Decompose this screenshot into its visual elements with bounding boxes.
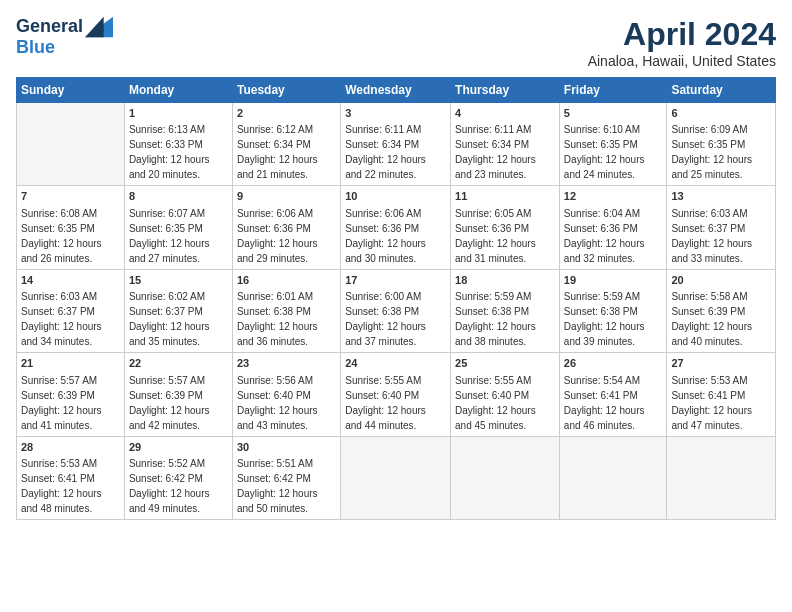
day-info: Sunrise: 5:56 AMSunset: 6:40 PMDaylight:… bbox=[237, 373, 336, 433]
day-number: 23 bbox=[237, 356, 336, 371]
day-number: 26 bbox=[564, 356, 663, 371]
calendar-cell bbox=[341, 436, 451, 519]
calendar-week-2: 7Sunrise: 6:08 AMSunset: 6:35 PMDaylight… bbox=[17, 186, 776, 269]
day-number: 17 bbox=[345, 273, 446, 288]
day-info: Sunrise: 5:55 AMSunset: 6:40 PMDaylight:… bbox=[345, 373, 446, 433]
calendar-cell: 5Sunrise: 6:10 AMSunset: 6:35 PMDaylight… bbox=[559, 103, 667, 186]
day-number: 22 bbox=[129, 356, 228, 371]
day-number: 28 bbox=[21, 440, 120, 455]
calendar-cell: 12Sunrise: 6:04 AMSunset: 6:36 PMDayligh… bbox=[559, 186, 667, 269]
day-number: 20 bbox=[671, 273, 771, 288]
day-info: Sunrise: 6:02 AMSunset: 6:37 PMDaylight:… bbox=[129, 289, 228, 349]
day-info: Sunrise: 6:09 AMSunset: 6:35 PMDaylight:… bbox=[671, 122, 771, 182]
day-header-saturday: Saturday bbox=[667, 78, 776, 103]
day-info: Sunrise: 5:54 AMSunset: 6:41 PMDaylight:… bbox=[564, 373, 663, 433]
calendar-cell bbox=[559, 436, 667, 519]
day-number: 24 bbox=[345, 356, 446, 371]
day-number: 30 bbox=[237, 440, 336, 455]
day-header-wednesday: Wednesday bbox=[341, 78, 451, 103]
calendar-cell: 4Sunrise: 6:11 AMSunset: 6:34 PMDaylight… bbox=[451, 103, 560, 186]
calendar-cell: 29Sunrise: 5:52 AMSunset: 6:42 PMDayligh… bbox=[124, 436, 232, 519]
day-number: 8 bbox=[129, 189, 228, 204]
calendar-cell: 21Sunrise: 5:57 AMSunset: 6:39 PMDayligh… bbox=[17, 353, 125, 436]
main-title: April 2024 bbox=[588, 16, 776, 53]
day-info: Sunrise: 6:01 AMSunset: 6:38 PMDaylight:… bbox=[237, 289, 336, 349]
day-number: 27 bbox=[671, 356, 771, 371]
day-number: 18 bbox=[455, 273, 555, 288]
day-header-friday: Friday bbox=[559, 78, 667, 103]
calendar-cell: 30Sunrise: 5:51 AMSunset: 6:42 PMDayligh… bbox=[232, 436, 340, 519]
calendar-table: SundayMondayTuesdayWednesdayThursdayFrid… bbox=[16, 77, 776, 520]
calendar-cell: 27Sunrise: 5:53 AMSunset: 6:41 PMDayligh… bbox=[667, 353, 776, 436]
day-info: Sunrise: 6:10 AMSunset: 6:35 PMDaylight:… bbox=[564, 122, 663, 182]
day-number: 6 bbox=[671, 106, 771, 121]
day-header-thursday: Thursday bbox=[451, 78, 560, 103]
day-number: 5 bbox=[564, 106, 663, 121]
day-number: 25 bbox=[455, 356, 555, 371]
day-number: 2 bbox=[237, 106, 336, 121]
day-number: 14 bbox=[21, 273, 120, 288]
day-number: 7 bbox=[21, 189, 120, 204]
day-info: Sunrise: 6:08 AMSunset: 6:35 PMDaylight:… bbox=[21, 206, 120, 266]
day-number: 12 bbox=[564, 189, 663, 204]
day-info: Sunrise: 6:13 AMSunset: 6:33 PMDaylight:… bbox=[129, 122, 228, 182]
calendar-week-3: 14Sunrise: 6:03 AMSunset: 6:37 PMDayligh… bbox=[17, 269, 776, 352]
calendar-week-4: 21Sunrise: 5:57 AMSunset: 6:39 PMDayligh… bbox=[17, 353, 776, 436]
day-number: 1 bbox=[129, 106, 228, 121]
day-info: Sunrise: 5:58 AMSunset: 6:39 PMDaylight:… bbox=[671, 289, 771, 349]
day-number: 3 bbox=[345, 106, 446, 121]
calendar-cell: 26Sunrise: 5:54 AMSunset: 6:41 PMDayligh… bbox=[559, 353, 667, 436]
day-number: 11 bbox=[455, 189, 555, 204]
day-info: Sunrise: 6:07 AMSunset: 6:35 PMDaylight:… bbox=[129, 206, 228, 266]
day-info: Sunrise: 6:03 AMSunset: 6:37 PMDaylight:… bbox=[21, 289, 120, 349]
calendar-cell: 17Sunrise: 6:00 AMSunset: 6:38 PMDayligh… bbox=[341, 269, 451, 352]
day-info: Sunrise: 6:00 AMSunset: 6:38 PMDaylight:… bbox=[345, 289, 446, 349]
logo-blue-text: Blue bbox=[16, 37, 55, 57]
page-container: General Blue April 2024 Ainaloa, Hawaii,… bbox=[0, 0, 792, 528]
day-number: 9 bbox=[237, 189, 336, 204]
calendar-cell: 14Sunrise: 6:03 AMSunset: 6:37 PMDayligh… bbox=[17, 269, 125, 352]
day-info: Sunrise: 5:57 AMSunset: 6:39 PMDaylight:… bbox=[21, 373, 120, 433]
day-info: Sunrise: 5:52 AMSunset: 6:42 PMDaylight:… bbox=[129, 456, 228, 516]
day-number: 13 bbox=[671, 189, 771, 204]
calendar-cell: 6Sunrise: 6:09 AMSunset: 6:35 PMDaylight… bbox=[667, 103, 776, 186]
calendar-cell: 28Sunrise: 5:53 AMSunset: 6:41 PMDayligh… bbox=[17, 436, 125, 519]
day-info: Sunrise: 6:06 AMSunset: 6:36 PMDaylight:… bbox=[345, 206, 446, 266]
logo: General Blue bbox=[16, 16, 113, 58]
day-info: Sunrise: 6:06 AMSunset: 6:36 PMDaylight:… bbox=[237, 206, 336, 266]
subtitle: Ainaloa, Hawaii, United States bbox=[588, 53, 776, 69]
calendar-cell: 18Sunrise: 5:59 AMSunset: 6:38 PMDayligh… bbox=[451, 269, 560, 352]
header: General Blue April 2024 Ainaloa, Hawaii,… bbox=[16, 16, 776, 69]
calendar-cell: 20Sunrise: 5:58 AMSunset: 6:39 PMDayligh… bbox=[667, 269, 776, 352]
calendar-cell: 11Sunrise: 6:05 AMSunset: 6:36 PMDayligh… bbox=[451, 186, 560, 269]
day-number: 21 bbox=[21, 356, 120, 371]
calendar-cell: 13Sunrise: 6:03 AMSunset: 6:37 PMDayligh… bbox=[667, 186, 776, 269]
logo-text: General bbox=[16, 17, 83, 37]
logo-icon bbox=[85, 16, 113, 38]
calendar-cell: 23Sunrise: 5:56 AMSunset: 6:40 PMDayligh… bbox=[232, 353, 340, 436]
calendar-cell: 1Sunrise: 6:13 AMSunset: 6:33 PMDaylight… bbox=[124, 103, 232, 186]
calendar-cell: 7Sunrise: 6:08 AMSunset: 6:35 PMDaylight… bbox=[17, 186, 125, 269]
day-info: Sunrise: 5:57 AMSunset: 6:39 PMDaylight:… bbox=[129, 373, 228, 433]
day-info: Sunrise: 6:11 AMSunset: 6:34 PMDaylight:… bbox=[345, 122, 446, 182]
day-info: Sunrise: 5:55 AMSunset: 6:40 PMDaylight:… bbox=[455, 373, 555, 433]
day-info: Sunrise: 5:59 AMSunset: 6:38 PMDaylight:… bbox=[455, 289, 555, 349]
calendar-header-row: SundayMondayTuesdayWednesdayThursdayFrid… bbox=[17, 78, 776, 103]
day-number: 4 bbox=[455, 106, 555, 121]
calendar-week-1: 1Sunrise: 6:13 AMSunset: 6:33 PMDaylight… bbox=[17, 103, 776, 186]
day-info: Sunrise: 6:11 AMSunset: 6:34 PMDaylight:… bbox=[455, 122, 555, 182]
day-number: 29 bbox=[129, 440, 228, 455]
calendar-cell: 15Sunrise: 6:02 AMSunset: 6:37 PMDayligh… bbox=[124, 269, 232, 352]
calendar-cell: 8Sunrise: 6:07 AMSunset: 6:35 PMDaylight… bbox=[124, 186, 232, 269]
day-header-tuesday: Tuesday bbox=[232, 78, 340, 103]
day-header-sunday: Sunday bbox=[17, 78, 125, 103]
title-block: April 2024 Ainaloa, Hawaii, United State… bbox=[588, 16, 776, 69]
calendar-cell: 3Sunrise: 6:11 AMSunset: 6:34 PMDaylight… bbox=[341, 103, 451, 186]
day-info: Sunrise: 6:12 AMSunset: 6:34 PMDaylight:… bbox=[237, 122, 336, 182]
calendar-cell: 22Sunrise: 5:57 AMSunset: 6:39 PMDayligh… bbox=[124, 353, 232, 436]
calendar-cell bbox=[667, 436, 776, 519]
calendar-cell bbox=[451, 436, 560, 519]
calendar-cell: 19Sunrise: 5:59 AMSunset: 6:38 PMDayligh… bbox=[559, 269, 667, 352]
day-info: Sunrise: 6:03 AMSunset: 6:37 PMDaylight:… bbox=[671, 206, 771, 266]
day-info: Sunrise: 5:53 AMSunset: 6:41 PMDaylight:… bbox=[671, 373, 771, 433]
